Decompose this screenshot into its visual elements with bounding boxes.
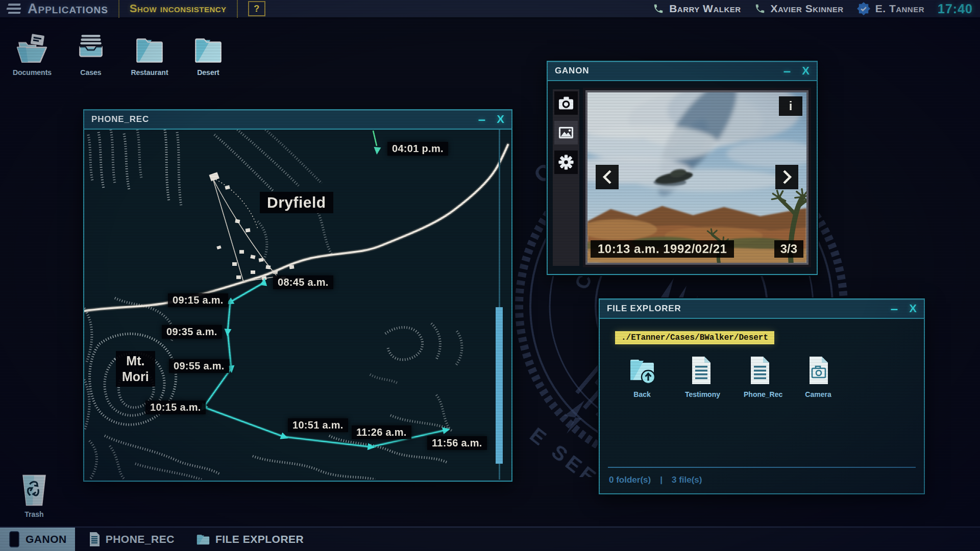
track-marker	[373, 147, 381, 155]
taskbar-item-label: FILE EXPLORER	[215, 533, 304, 545]
previous-photo-button[interactable]	[596, 165, 619, 189]
map-canvas[interactable]: Dryfield Mt.Mori 08:45 a.m.09:15 a.m.09:…	[84, 130, 511, 480]
open-folder-icon	[15, 34, 49, 64]
document-icon	[744, 356, 775, 385]
desktop-icon-label: Cases	[71, 68, 111, 77]
taskbar: GANON PHONE_REC FILE EXPLORER	[0, 527, 980, 551]
top-menu-bar: Applications Show inconsistency ? Barry …	[0, 0, 980, 18]
window-title: GANON	[555, 66, 589, 76]
gear-icon	[558, 154, 574, 170]
chevron-left-icon	[601, 169, 614, 185]
map-roads	[84, 145, 508, 311]
image-file-icon	[802, 356, 834, 385]
desktop-icon-cases[interactable]: Cases	[71, 34, 111, 77]
status-separator	[608, 467, 916, 468]
document-icon	[685, 356, 717, 385]
folder-count: 0 folder(s)	[609, 475, 651, 485]
close-button[interactable]: X	[802, 66, 810, 76]
taskbar-item-label: GANON	[26, 533, 67, 545]
ufo-photo: i 10:13 a.m. 1992/02/21 3/3	[587, 92, 806, 263]
taskbar-item-file-explorer[interactable]: FILE EXPLORER	[188, 528, 312, 551]
next-photo-button[interactable]	[775, 165, 798, 189]
close-button[interactable]: X	[909, 304, 917, 314]
contact-name: E. Tanner	[875, 3, 924, 15]
status-divider: |	[660, 475, 663, 485]
file-item-camera[interactable]: Camera	[802, 356, 834, 398]
file-label: Phone_Rec	[744, 390, 775, 398]
applications-menu[interactable]: Applications	[28, 0, 108, 18]
close-button[interactable]: X	[497, 114, 504, 124]
minimize-button[interactable]: –	[478, 114, 485, 124]
contact-name: Xavier Skinner	[771, 3, 844, 15]
camera-icon	[557, 95, 575, 111]
path-bar[interactable]: ./ETanner/Cases/BWalker/Desert	[615, 331, 774, 344]
document-icon	[88, 532, 101, 547]
window-title: FILE EXPLORER	[607, 304, 681, 314]
desktop-icon-label: Restaurant	[130, 68, 169, 77]
contact-barry-walker[interactable]: Barry Walker	[653, 3, 741, 15]
file-item-back[interactable]: Back	[626, 356, 658, 398]
file-label: Back	[626, 390, 658, 398]
settings-tool-button[interactable]	[554, 151, 578, 174]
file-explorer-titlebar[interactable]: FILE EXPLORER – X	[600, 299, 924, 319]
desktop-icon-desert[interactable]: Desert	[188, 34, 228, 77]
tray-stack-icon	[74, 34, 108, 64]
contact-name: Barry Walker	[669, 3, 741, 15]
file-label: Testimony	[685, 390, 717, 398]
trash-icon[interactable]: Trash	[14, 474, 54, 518]
desktop: OF CE E SEEK Applications Show inconsist…	[0, 0, 980, 551]
window-title: PHONE_REC	[91, 114, 149, 124]
applications-menu-icon[interactable]	[6, 4, 21, 14]
ganon-device-icon	[8, 531, 20, 547]
photo-index: 3/3	[774, 240, 803, 258]
taskbar-item-phone-rec[interactable]: PHONE_REC	[80, 528, 183, 551]
file-item-testimony[interactable]: Testimony	[685, 356, 717, 398]
file-list: Back Testimony	[600, 356, 924, 398]
track-marker	[224, 329, 231, 337]
gps-track	[198, 131, 451, 451]
phone-rec-titlebar[interactable]: PHONE_REC – X	[84, 110, 511, 130]
help-button[interactable]: ?	[248, 1, 265, 16]
desktop-icon-restaurant[interactable]: Restaurant	[130, 34, 169, 77]
status-bar: 0 folder(s) | 3 file(s)	[609, 475, 702, 485]
file-label: Camera	[802, 390, 834, 398]
taskbar-item-label: PHONE_REC	[106, 533, 175, 545]
topbar-separator	[118, 0, 119, 18]
track-marker	[442, 425, 451, 434]
folder-icon	[191, 34, 225, 64]
verified-badge-icon	[857, 2, 870, 15]
phone-icon	[754, 3, 766, 14]
track-marker	[368, 443, 376, 451]
desktop-icon-label: Desert	[188, 68, 228, 77]
file-item-phone-rec[interactable]: Phone_Rec	[744, 356, 775, 398]
ganon-titlebar[interactable]: GANON – X	[548, 62, 817, 81]
ganon-window: GANON – X	[547, 61, 818, 275]
desktop-icon-documents[interactable]: Documents	[12, 34, 52, 77]
taskbar-item-ganon[interactable]: GANON	[0, 528, 75, 551]
clock: 17:40	[938, 2, 973, 16]
file-explorer-window: FILE EXPLORER – X ./ETanner/Cases/BWalke…	[599, 298, 925, 494]
minimize-button[interactable]: –	[783, 66, 791, 76]
show-inconsistency-button[interactable]: Show inconsistency	[130, 2, 227, 15]
phone-rec-window: PHONE_REC – X	[83, 109, 512, 482]
file-count: 3 file(s)	[672, 475, 702, 485]
contact-xavier-skinner[interactable]: Xavier Skinner	[754, 3, 844, 15]
ganon-toolbar	[553, 89, 579, 266]
desktop-icon-label: Documents	[12, 68, 52, 77]
image-icon	[557, 125, 575, 140]
minimize-button[interactable]: –	[891, 304, 898, 314]
camera-tool-button[interactable]	[554, 91, 578, 115]
folder-icon	[196, 533, 210, 546]
recycle-bin-icon	[21, 474, 47, 506]
image-gallery-tool-button[interactable]	[554, 121, 578, 144]
photo-info-button[interactable]: i	[779, 96, 802, 116]
folder-up-icon	[626, 356, 658, 385]
chevron-right-icon	[780, 169, 794, 185]
topbar-separator	[237, 0, 238, 18]
trash-label: Trash	[14, 510, 54, 518]
map-scrollbar-thumb[interactable]	[496, 307, 503, 464]
folder-icon	[133, 34, 166, 64]
user-etanner[interactable]: E. Tanner	[857, 2, 924, 15]
phone-icon	[653, 3, 664, 14]
photo-timestamp: 10:13 a.m. 1992/02/21	[591, 240, 734, 258]
